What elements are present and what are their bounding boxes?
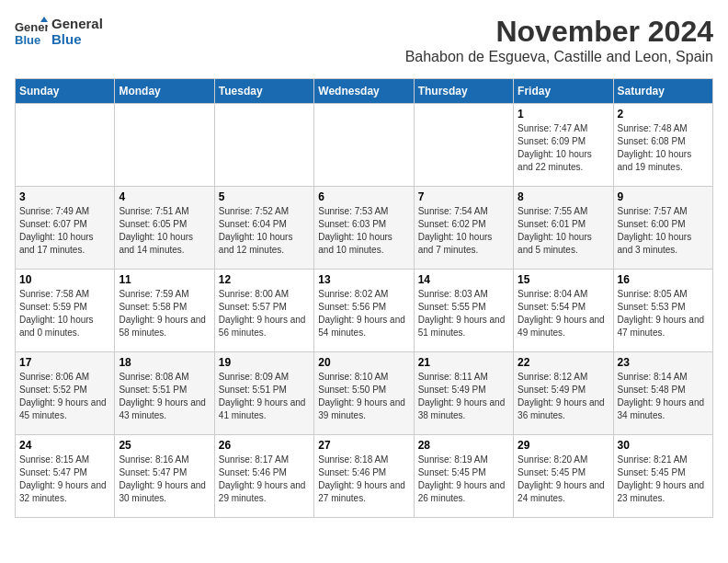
day-info: Sunrise: 7:54 AM Sunset: 6:02 PM Dayligh… [418, 205, 509, 257]
day-info: Sunrise: 8:21 AM Sunset: 5:45 PM Dayligh… [618, 454, 709, 505]
day-number: 26 [219, 439, 310, 452]
logo-icon: General Blue [15, 15, 48, 48]
calendar-week-row: 24Sunrise: 8:15 AM Sunset: 5:47 PM Dayli… [16, 435, 713, 518]
calendar-cell: 16Sunrise: 8:05 AM Sunset: 5:53 PM Dayli… [613, 270, 712, 352]
day-number: 24 [19, 439, 110, 452]
calendar-cell: 22Sunrise: 8:12 AM Sunset: 5:49 PM Dayli… [514, 352, 613, 435]
calendar-cell: 13Sunrise: 8:02 AM Sunset: 5:56 PM Dayli… [314, 270, 414, 352]
day-info: Sunrise: 7:59 AM Sunset: 5:58 PM Dayligh… [119, 288, 210, 339]
day-number: 18 [119, 356, 210, 369]
calendar-cell [314, 104, 414, 187]
day-info: Sunrise: 7:55 AM Sunset: 6:01 PM Dayligh… [518, 205, 609, 257]
calendar-cell [414, 104, 513, 187]
day-number: 29 [518, 439, 609, 452]
calendar-header-row: SundayMondayTuesdayWednesdayThursdayFrid… [16, 79, 713, 104]
day-info: Sunrise: 8:19 AM Sunset: 5:45 PM Dayligh… [418, 454, 509, 505]
calendar-cell: 12Sunrise: 8:00 AM Sunset: 5:57 PM Dayli… [214, 270, 313, 352]
day-info: Sunrise: 8:11 AM Sunset: 5:49 PM Dayligh… [418, 371, 509, 422]
day-number: 28 [418, 439, 509, 452]
day-info: Sunrise: 8:00 AM Sunset: 5:57 PM Dayligh… [219, 288, 310, 339]
calendar-cell: 26Sunrise: 8:17 AM Sunset: 5:46 PM Dayli… [214, 435, 313, 518]
calendar-cell: 11Sunrise: 7:59 AM Sunset: 5:58 PM Dayli… [115, 270, 214, 352]
column-header-wednesday: Wednesday [314, 79, 414, 104]
day-number: 6 [318, 190, 409, 203]
column-header-monday: Monday [115, 79, 214, 104]
day-number: 23 [618, 356, 709, 369]
day-number: 10 [19, 273, 110, 286]
day-info: Sunrise: 7:49 AM Sunset: 6:07 PM Dayligh… [19, 205, 110, 257]
calendar-cell: 21Sunrise: 8:11 AM Sunset: 5:49 PM Dayli… [414, 352, 513, 435]
calendar-cell: 18Sunrise: 8:08 AM Sunset: 5:51 PM Dayli… [115, 352, 214, 435]
day-number: 11 [119, 273, 210, 286]
calendar-cell: 15Sunrise: 8:04 AM Sunset: 5:54 PM Dayli… [514, 270, 613, 352]
calendar-cell: 29Sunrise: 8:20 AM Sunset: 5:45 PM Dayli… [514, 435, 613, 518]
calendar-cell: 7Sunrise: 7:54 AM Sunset: 6:02 PM Daylig… [414, 187, 513, 270]
calendar-cell: 3Sunrise: 7:49 AM Sunset: 6:07 PM Daylig… [16, 187, 115, 270]
day-number: 14 [418, 273, 509, 286]
calendar-cell: 17Sunrise: 8:06 AM Sunset: 5:52 PM Dayli… [16, 352, 115, 435]
day-number: 21 [418, 356, 509, 369]
day-info: Sunrise: 8:17 AM Sunset: 5:46 PM Dayligh… [219, 454, 310, 505]
day-number: 25 [119, 439, 210, 452]
calendar-cell: 19Sunrise: 8:09 AM Sunset: 5:51 PM Dayli… [214, 352, 313, 435]
column-header-friday: Friday [514, 79, 613, 104]
day-info: Sunrise: 8:02 AM Sunset: 5:56 PM Dayligh… [318, 288, 409, 339]
day-info: Sunrise: 7:58 AM Sunset: 5:59 PM Dayligh… [19, 288, 110, 339]
day-number: 1 [518, 108, 609, 121]
day-number: 30 [618, 439, 709, 452]
day-info: Sunrise: 8:12 AM Sunset: 5:49 PM Dayligh… [518, 371, 609, 422]
month-title: November 2024 [405, 15, 713, 49]
column-header-tuesday: Tuesday [214, 79, 313, 104]
day-number: 2 [618, 108, 709, 121]
calendar-cell [16, 104, 115, 187]
calendar-cell [115, 104, 214, 187]
svg-text:Blue: Blue [15, 33, 40, 47]
logo-general: General [51, 16, 103, 31]
calendar-week-row: 3Sunrise: 7:49 AM Sunset: 6:07 PM Daylig… [16, 187, 713, 270]
day-info: Sunrise: 7:51 AM Sunset: 6:05 PM Dayligh… [119, 205, 210, 257]
calendar-cell: 9Sunrise: 7:57 AM Sunset: 6:00 PM Daylig… [613, 187, 712, 270]
calendar-cell: 24Sunrise: 8:15 AM Sunset: 5:47 PM Dayli… [16, 435, 115, 518]
day-number: 19 [219, 356, 310, 369]
day-number: 15 [518, 273, 609, 286]
calendar-cell: 28Sunrise: 8:19 AM Sunset: 5:45 PM Dayli… [414, 435, 513, 518]
day-info: Sunrise: 8:14 AM Sunset: 5:48 PM Dayligh… [618, 371, 709, 422]
day-number: 22 [518, 356, 609, 369]
calendar-cell: 5Sunrise: 7:52 AM Sunset: 6:04 PM Daylig… [214, 187, 313, 270]
calendar-week-row: 17Sunrise: 8:06 AM Sunset: 5:52 PM Dayli… [16, 352, 713, 435]
title-section: November 2024 Bahabon de Esgueva, Castil… [405, 15, 713, 73]
day-number: 5 [219, 190, 310, 203]
calendar-table: SundayMondayTuesdayWednesdayThursdayFrid… [15, 78, 713, 518]
day-info: Sunrise: 8:15 AM Sunset: 5:47 PM Dayligh… [19, 454, 110, 505]
day-info: Sunrise: 8:06 AM Sunset: 5:52 PM Dayligh… [19, 371, 110, 422]
calendar-cell: 4Sunrise: 7:51 AM Sunset: 6:05 PM Daylig… [115, 187, 214, 270]
svg-text:General: General [15, 20, 48, 34]
calendar-cell: 1Sunrise: 7:47 AM Sunset: 6:09 PM Daylig… [514, 104, 613, 187]
calendar-cell: 27Sunrise: 8:18 AM Sunset: 5:46 PM Dayli… [314, 435, 414, 518]
day-info: Sunrise: 7:47 AM Sunset: 6:09 PM Dayligh… [518, 122, 609, 174]
day-number: 20 [318, 356, 409, 369]
day-number: 7 [418, 190, 509, 203]
day-info: Sunrise: 8:03 AM Sunset: 5:55 PM Dayligh… [418, 288, 509, 339]
svg-marker-2 [40, 17, 48, 22]
day-info: Sunrise: 8:16 AM Sunset: 5:47 PM Dayligh… [119, 454, 210, 505]
day-info: Sunrise: 8:18 AM Sunset: 5:46 PM Dayligh… [318, 454, 409, 505]
calendar-cell: 6Sunrise: 7:53 AM Sunset: 6:03 PM Daylig… [314, 187, 414, 270]
day-number: 16 [618, 273, 709, 286]
day-info: Sunrise: 8:10 AM Sunset: 5:50 PM Dayligh… [318, 371, 409, 422]
calendar-cell: 25Sunrise: 8:16 AM Sunset: 5:47 PM Dayli… [115, 435, 214, 518]
logo-blue: Blue [51, 31, 103, 47]
calendar-week-row: 1Sunrise: 7:47 AM Sunset: 6:09 PM Daylig… [16, 104, 713, 187]
day-number: 8 [518, 190, 609, 203]
location-title: Bahabon de Esgueva, Castille and Leon, S… [405, 49, 713, 65]
calendar-cell: 10Sunrise: 7:58 AM Sunset: 5:59 PM Dayli… [16, 270, 115, 352]
day-info: Sunrise: 8:09 AM Sunset: 5:51 PM Dayligh… [219, 371, 310, 422]
calendar-cell: 14Sunrise: 8:03 AM Sunset: 5:55 PM Dayli… [414, 270, 513, 352]
calendar-body: 1Sunrise: 7:47 AM Sunset: 6:09 PM Daylig… [16, 104, 713, 518]
day-number: 12 [219, 273, 310, 286]
column-header-sunday: Sunday [16, 79, 115, 104]
calendar-cell: 8Sunrise: 7:55 AM Sunset: 6:01 PM Daylig… [514, 187, 613, 270]
logo: General Blue General Blue [15, 15, 103, 48]
calendar-cell: 30Sunrise: 8:21 AM Sunset: 5:45 PM Dayli… [613, 435, 712, 518]
day-info: Sunrise: 8:05 AM Sunset: 5:53 PM Dayligh… [618, 288, 709, 339]
